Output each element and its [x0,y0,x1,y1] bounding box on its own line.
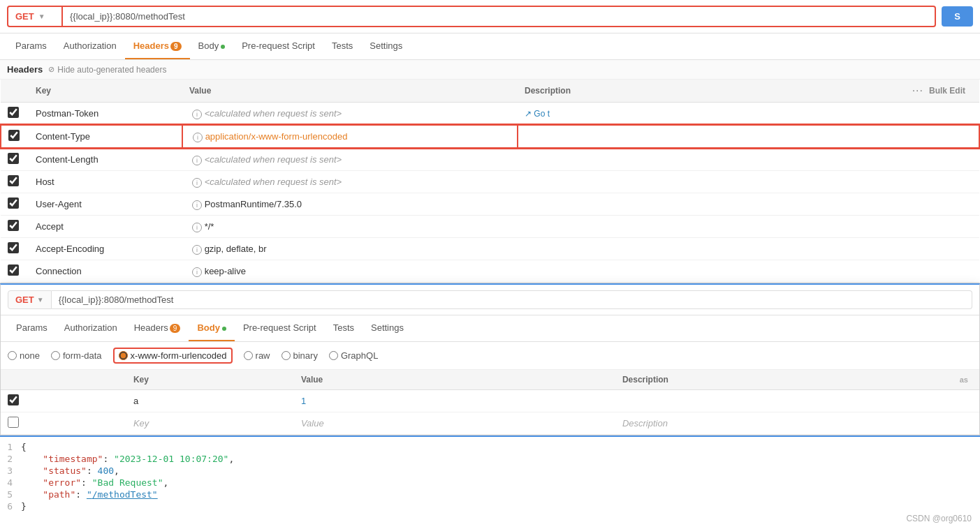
body-row-checkbox[interactable] [8,394,19,405]
info-icon[interactable]: i [192,156,202,165]
row-desc-cell [518,260,979,283]
line-number: 6 [0,501,21,512]
tab-headers[interactable]: Headers9 [125,33,190,59]
json-bracket: } [21,501,27,512]
table-row: Accept-Encoding i gzip, deflate, br [1,238,979,260]
body-row-value-cell: Value [294,412,615,435]
headers-badge: 9 [170,42,182,51]
info-icon[interactable]: i [192,110,202,119]
tab-body[interactable]: Body [190,33,234,59]
tab-authorization[interactable]: Authorization [55,33,125,59]
json-line-6: 6 } [0,500,980,512]
line-number: 2 [0,454,21,464]
body-type-none[interactable]: none [8,350,40,361]
body-type-formdata[interactable]: form-data [51,350,102,361]
row-checkbox[interactable] [8,198,19,209]
json-line-3: 3 "status": 400, [0,465,980,477]
row-checkbox[interactable] [8,130,20,141]
tab-params[interactable]: Params [7,33,55,59]
row-value-cell: i PostmanRuntime/7.35.0 [182,193,518,216]
json-line-2: 2 "timestamp": "2023-12-01 10:07:20", [0,453,980,465]
table-row: Host i <calculated when request is sent> [1,171,979,193]
row-checkbox-cell [1,171,29,193]
row-checkbox-cell [1,260,29,283]
col-key-header: Key [29,80,182,103]
row-checkbox[interactable] [8,264,19,276]
row-checkbox-cell [1,193,29,216]
second-tab-headers[interactable]: Headers9 [126,315,189,341]
body-table-row: a 1 [1,390,979,412]
info-icon[interactable]: i [192,245,202,255]
info-icon[interactable]: i [192,178,202,188]
row-value-cell: i application/x-www-form-urlencoded [182,125,518,148]
send-button[interactable]: S [942,6,973,27]
info-icon[interactable]: i [193,133,203,142]
row-desc-cell [518,148,979,171]
row-desc-cell [518,216,979,238]
second-headers-badge: 9 [170,324,181,333]
second-url-input[interactable] [52,290,972,309]
row-checkbox-cell [1,103,29,126]
line-number: 3 [0,465,21,476]
method-label: GET [15,11,34,22]
row-checkbox[interactable] [8,220,19,231]
headers-title: Headers [7,64,43,75]
watermark: CSDN @org0610 [906,514,972,516]
info-icon[interactable]: i [192,200,202,210]
second-tab-prerequest[interactable]: Pre-request Script [235,315,325,341]
body-type-urlencoded[interactable]: x-www-form-urlencoded [113,348,233,364]
tab-tests[interactable]: Tests [323,33,361,59]
json-content: "error": "Bad Request", [21,477,168,488]
bulk-edit-area: ··· Bulk Edit [912,84,972,97]
json-line-4: 4 "error": "Bad Request", [0,477,980,489]
row-key-cell: Accept-Encoding [29,238,182,260]
row-desc-cell [518,238,979,260]
tab-pre-request[interactable]: Pre-request Script [233,33,323,59]
headers-table-head-row: Key Value Description ··· Bulk Edit [1,80,979,103]
body-type-graphql[interactable]: GraphQL [329,350,378,361]
row-checkbox[interactable] [8,175,19,186]
line-number: 5 [0,489,21,500]
row-key-cell: Accept [29,216,182,238]
body-type-raw[interactable]: raw [244,350,270,361]
body-row-key-cell: Key [126,412,294,435]
goto-link[interactable]: ↗ Go t [525,109,550,119]
row-checkbox-cell [1,238,29,260]
url-input[interactable] [63,6,936,27]
second-tab-body[interactable]: Body [189,315,235,341]
row-key-cell: User-Agent [29,193,182,216]
table-row: Postman-Token i <calculated when request… [1,103,979,126]
second-tab-authorization[interactable]: Authorization [56,315,126,341]
body-col-desc: Description as [615,370,979,390]
body-type-binary[interactable]: binary [281,350,318,361]
info-icon[interactable]: i [192,223,202,232]
body-row-checkbox[interactable] [8,417,19,428]
row-checkbox[interactable] [8,153,19,164]
row-checkbox[interactable] [8,107,19,118]
second-tab-params[interactable]: Params [8,315,56,341]
row-desc-cell: ↗ Go t [518,103,979,126]
hide-auto-headers-link[interactable]: ⊘ Hide auto-generated headers [48,65,166,75]
json-line-1: 1 { [0,441,980,453]
col-value-header: Value [182,80,518,103]
method-select[interactable]: GET ▼ [7,6,63,27]
json-line-5: 5 "path": "/methodTest" [0,489,980,500]
table-row: User-Agent i PostmanRuntime/7.35.0 [1,193,979,216]
method-dropdown-icon: ▼ [38,13,45,20]
body-extra-col: as [960,375,972,384]
second-url-bar: GET ▼ [1,285,979,315]
row-checkbox[interactable] [8,242,19,253]
json-bracket: { [21,442,27,452]
info-icon[interactable]: i [192,267,202,277]
row-key-cell: Host [29,171,182,193]
body-row-value-cell: 1 [294,390,615,412]
second-method-select[interactable]: GET ▼ [8,290,52,309]
row-value-cell: i gzip, deflate, br [182,238,518,260]
second-body-dot [222,327,226,331]
body-row-key-cell: a [126,390,294,412]
second-tab-tests[interactable]: Tests [325,315,363,341]
tab-settings[interactable]: Settings [361,33,411,59]
second-tab-settings[interactable]: Settings [363,315,412,341]
row-desc-cell [518,193,979,216]
ellipsis-button[interactable]: ··· [912,84,923,97]
